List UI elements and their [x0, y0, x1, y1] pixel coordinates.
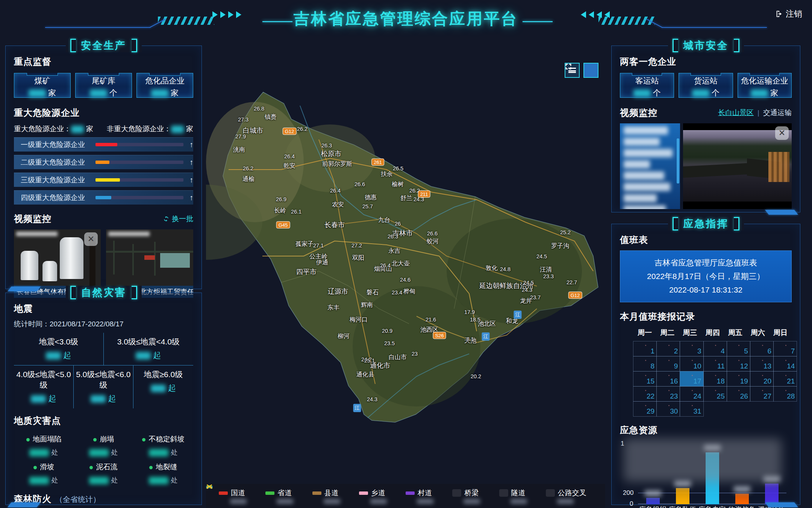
legend-item-乡道[interactable]: 乡道	[359, 488, 406, 504]
camera-list-item[interactable]	[624, 194, 657, 202]
calendar-day-11[interactable]: 11	[703, 356, 727, 372]
road-shield-G12: G12	[568, 292, 582, 299]
calendar-day-number: 26	[740, 392, 748, 400]
map-temperature-label: 24.5	[536, 253, 547, 259]
calendar-day-20[interactable]: 20	[750, 371, 774, 387]
close-video-icon[interactable]: ✕	[84, 232, 98, 246]
camera-list-item[interactable]	[624, 171, 664, 180]
masked-count	[633, 89, 651, 97]
calendar-day-9[interactable]: 9	[656, 356, 680, 372]
video-timestamp-overlay	[16, 232, 58, 236]
calendar-day-26[interactable]: 26	[727, 386, 750, 402]
calendar-day-10[interactable]: 10	[680, 356, 703, 372]
hazard-level-label: 四级重大危险源企业	[14, 193, 95, 203]
map-city-label: 扶余	[381, 170, 393, 178]
legend-label: 公路交叉	[558, 488, 586, 498]
calendar-day-3[interactable]: 3	[680, 341, 703, 356]
calendar-day-8[interactable]: 8	[633, 356, 657, 372]
map-area[interactable]: 镇赉白城市洮南通榆乾安松原市前郭尔罗斯扶余榆树德惠农安长岭舒兰九台长春市吉林市蛟…	[206, 45, 605, 508]
calendar-day-27[interactable]: 27	[750, 386, 774, 402]
calendar-day-30[interactable]: 30	[656, 401, 680, 417]
legend-item-隧道[interactable]: 隧道	[499, 488, 546, 504]
calendar-day-1[interactable]: 1	[633, 341, 657, 356]
y-tick-200: 200	[623, 489, 633, 497]
bar-rect	[676, 488, 689, 505]
map-legend: 国道省道县道乡道村道桥梁隧道公路交叉	[206, 484, 605, 508]
map-temperature-label: 26.4	[380, 262, 391, 268]
link-transport[interactable]: 交通运输	[763, 108, 792, 118]
camera-list-item[interactable]	[624, 138, 660, 146]
camera-list-item[interactable]	[624, 126, 668, 135]
calendar-day-12[interactable]: 12	[727, 356, 750, 372]
calendar-day-21[interactable]: 21	[773, 371, 797, 387]
video-player[interactable]: ✕	[683, 123, 792, 209]
legend-item-县道[interactable]: 县道	[312, 488, 359, 504]
calendar-day-15[interactable]: 15	[633, 371, 657, 387]
camera-list-item[interactable]	[624, 183, 670, 191]
calendar-day-7[interactable]: 7	[773, 341, 797, 356]
stat-button-危化运输企业[interactable]: 危化运输企业家	[738, 73, 792, 98]
map-city-label: 通化县	[356, 371, 374, 379]
river-tag: 江	[482, 332, 490, 341]
earthquake-count: 起	[14, 393, 73, 404]
map-city-label: 双阳	[352, 254, 364, 262]
x-label: 物资储备库	[727, 505, 757, 508]
legend-item-公路交叉[interactable]: 公路交叉	[546, 488, 592, 504]
legend-item-桥梁[interactable]: 桥梁	[452, 488, 499, 504]
calendar-day-6[interactable]: 6	[750, 341, 774, 356]
calendar-day-29[interactable]: 29	[633, 401, 657, 417]
calendar-day-24[interactable]: 24	[680, 386, 703, 402]
map-temperature-label: 24.6	[400, 277, 411, 283]
camera-list-item[interactable]	[624, 149, 673, 157]
earthquake-unit: 起	[153, 351, 161, 359]
calendar-day-28[interactable]: 28	[773, 386, 797, 402]
stat-button-尾矿库[interactable]: 尾矿库个	[75, 73, 132, 98]
calendar-day-13[interactable]: 13	[750, 356, 774, 372]
map-temperature-label: 26.2	[297, 126, 308, 132]
camera-list-scrollbar[interactable]	[677, 138, 679, 183]
stat-button-客运站[interactable]: 客运站个	[620, 73, 674, 98]
stat-button-煤矿[interactable]: 煤矿家	[14, 73, 71, 98]
camera-list-item[interactable]	[624, 205, 666, 209]
logout-button[interactable]: 注销	[775, 8, 802, 20]
legend-item-国道[interactable]: 国道	[219, 488, 265, 504]
calendar-day-31[interactable]: 31	[680, 401, 703, 417]
map-temperature-label: 26.8	[254, 106, 264, 112]
legend-item-村道[interactable]: 村道	[406, 488, 452, 504]
map-temperature-label: 26.6	[354, 181, 365, 187]
weekday-label: 周日	[769, 328, 792, 338]
map-temperature-label: 25.7	[362, 203, 373, 209]
title-right-arrows-decoration	[581, 11, 610, 18]
stat-unit: 个	[712, 88, 720, 97]
refresh-batch-button[interactable]: 换一批	[163, 214, 193, 224]
close-player-icon[interactable]: ✕	[775, 126, 789, 140]
calendar-day-14[interactable]: 14	[773, 356, 797, 372]
map-fullscreen-button[interactable]	[583, 63, 598, 78]
calendar-day-number: 5	[744, 347, 748, 355]
calendar-day-4[interactable]: 4	[703, 341, 727, 356]
geo-hazard-top: 地裂缝	[133, 462, 193, 472]
link-changbaishan[interactable]: 长白山景区	[718, 108, 754, 118]
stat-button-危化品企业[interactable]: 危化品企业家	[136, 73, 193, 98]
camera-list-item[interactable]	[624, 160, 650, 168]
calendar-day-2[interactable]: 2	[656, 341, 680, 356]
calendar-day-number: 4	[721, 347, 725, 355]
geo-hazard-label: 地面塌陷	[33, 435, 61, 443]
key-supervision-stats: 煤矿家尾矿库个危化品企业家	[14, 73, 193, 98]
calendar-day-19[interactable]: 19	[727, 371, 750, 387]
hazard-level-bar	[95, 196, 111, 199]
calendar-day-18[interactable]: 18	[703, 371, 727, 387]
camera-list[interactable]	[620, 123, 680, 209]
legend-item-省道[interactable]: 省道	[265, 488, 312, 504]
geo-hazard-grid: 地面塌陷处崩塌处不稳定斜坡处滑坡处泥石流处地裂缝处	[14, 429, 193, 485]
calendar-day-16[interactable]: 16	[656, 371, 680, 387]
calendar-day-5[interactable]: 5	[727, 341, 750, 356]
hazard-summary-item: 非重大危险源企业：家	[107, 124, 193, 134]
geo-hazard-heading: 地质灾害点	[14, 415, 193, 427]
calendar-day-22[interactable]: 22	[633, 386, 657, 402]
calendar-day-25[interactable]: 25	[703, 386, 727, 402]
stat-button-货运站[interactable]: 货运站个	[679, 73, 733, 98]
bracket-left-decoration	[70, 286, 76, 299]
calendar-day-17[interactable]: 17	[680, 371, 703, 387]
calendar-day-23[interactable]: 23	[656, 386, 680, 402]
